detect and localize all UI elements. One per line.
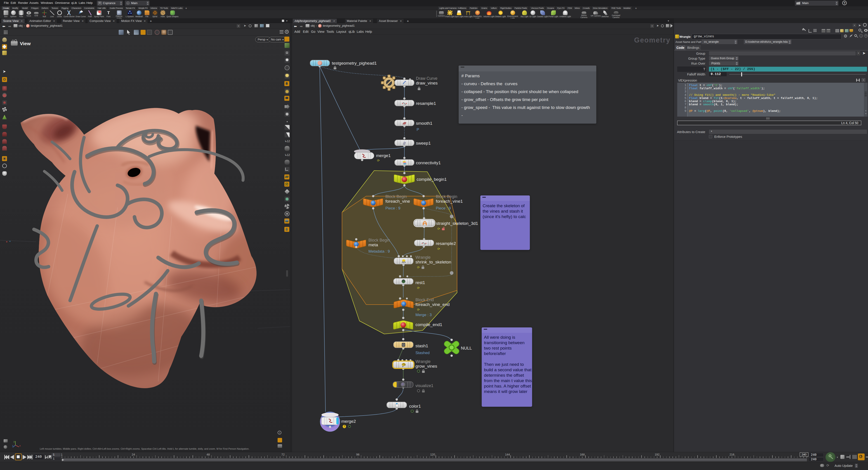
svg-text:z: z bbox=[12, 444, 13, 447]
svg-text:y: y bbox=[13, 440, 15, 443]
svg-text:x: x bbox=[20, 444, 21, 447]
